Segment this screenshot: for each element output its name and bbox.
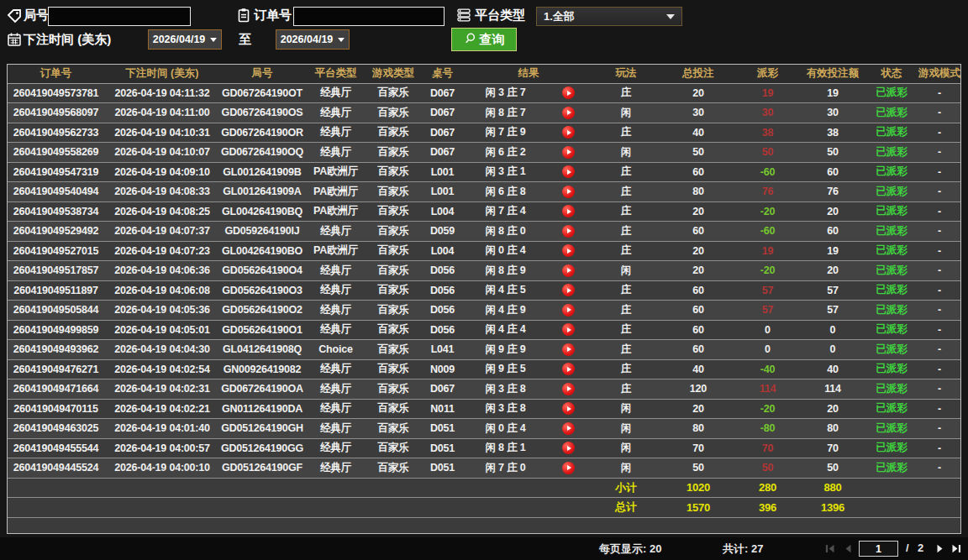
query-button[interactable]: 查询 xyxy=(451,28,517,51)
table-number-cell: D051 xyxy=(419,438,466,458)
table-row[interactable]: 2604190495737812026-04-19 04:11:32GD0672… xyxy=(8,83,961,103)
table-row[interactable]: 2604190494716642026-04-19 04:02:31GD0672… xyxy=(8,379,961,400)
column-header: 总投注 xyxy=(660,65,736,83)
total-bet-cell: 60 xyxy=(660,340,736,360)
order-cell: 260419049471664 xyxy=(8,379,104,400)
mode-cell: - xyxy=(917,301,961,321)
round-number-input[interactable] xyxy=(48,7,191,26)
current-page-input[interactable] xyxy=(859,541,898,557)
time-cell: 2026-04-19 04:08:33 xyxy=(104,182,220,202)
table-row[interactable]: 2604190495627332026-04-19 04:10:31GD0672… xyxy=(8,123,961,143)
date-to-picker[interactable]: 2026/04/19 xyxy=(276,29,350,50)
mode-cell: - xyxy=(917,182,961,202)
page-size-label: 每页显示: xyxy=(599,542,646,555)
play-video-icon[interactable] xyxy=(562,264,575,277)
date-to-value: 2026/04/19 xyxy=(281,34,334,45)
total-spacer xyxy=(8,498,592,518)
order-cell: 260419049527015 xyxy=(8,241,104,261)
order-cell: 260419049558269 xyxy=(8,143,104,163)
play-video-icon[interactable] xyxy=(562,205,575,217)
first-page-icon[interactable] xyxy=(824,543,836,554)
payout-cell: -40 xyxy=(736,359,799,379)
platform-cell: 经典厅 xyxy=(304,280,367,301)
play-video-icon[interactable] xyxy=(562,244,575,257)
table-row[interactable]: 2604190494701152026-04-19 04:02:21GN0112… xyxy=(8,399,961,419)
play-video-icon[interactable] xyxy=(562,363,575,375)
table-row[interactable]: 2604190494630252026-04-19 04:01:40GD0512… xyxy=(8,419,961,439)
last-page-icon[interactable] xyxy=(950,543,962,554)
result-cell: 闲 4 庄 4 xyxy=(466,320,545,340)
result-cell: 闲 8 庄 9 xyxy=(466,261,545,281)
play-video-icon[interactable] xyxy=(562,304,575,317)
status-cell: 已派彩 xyxy=(866,241,917,261)
platform-select[interactable]: 1.全部 xyxy=(536,7,682,26)
total-bet-cell: 80 xyxy=(660,419,736,439)
play-video-icon[interactable] xyxy=(562,225,575,238)
next-page-icon[interactable] xyxy=(934,543,946,554)
status-cell: 已派彩 xyxy=(866,182,917,202)
table-row[interactable]: 2604190494998592026-04-19 04:05:01GD0562… xyxy=(8,320,961,340)
game-type-cell: 百家乐 xyxy=(367,162,419,182)
total-bet-cell: 30 xyxy=(660,103,736,123)
prev-page-icon[interactable] xyxy=(842,543,854,554)
round-cell: GL004264190BQ xyxy=(220,201,304,222)
mode-cell: - xyxy=(917,379,961,400)
play-video-icon[interactable] xyxy=(562,343,575,356)
play-video-icon[interactable] xyxy=(562,186,575,198)
order-cell: 260419049505844 xyxy=(8,301,104,321)
order-cell: 260419049499859 xyxy=(8,320,104,340)
play-video-icon[interactable] xyxy=(562,402,575,415)
round-cell: GD067264190OQ xyxy=(220,143,304,163)
bet-type-cell: 庄 xyxy=(592,222,660,242)
order-number-input[interactable] xyxy=(293,7,445,26)
play-video-icon[interactable] xyxy=(562,146,575,159)
play-cell xyxy=(545,359,592,379)
bet-type-cell: 庄 xyxy=(592,301,660,321)
play-video-icon[interactable] xyxy=(562,422,575,435)
subtotal-label: 小计 xyxy=(592,478,660,498)
table-row[interactable]: 2604190494762712026-04-19 04:02:54GN0092… xyxy=(8,359,961,379)
result-cell: 闲 6 庄 8 xyxy=(466,182,545,202)
table-row[interactable]: 2604190495680972026-04-19 04:11:00GD0672… xyxy=(8,103,961,123)
play-video-icon[interactable] xyxy=(562,323,575,336)
play-video-icon[interactable] xyxy=(562,383,575,395)
valid-bet-cell: 57 xyxy=(799,301,866,321)
total-pages: 2 xyxy=(918,542,923,554)
table-row[interactable]: 2604190495582692026-04-19 04:10:07GD0672… xyxy=(8,143,961,163)
table-row[interactable]: 2604190495473192026-04-19 04:09:10GL0012… xyxy=(8,162,961,182)
play-video-icon[interactable] xyxy=(562,165,575,178)
table-row[interactable]: 2604190494555442026-04-19 04:00:57GD0512… xyxy=(8,438,961,458)
play-cell xyxy=(545,182,592,202)
total-payout: 396 xyxy=(736,498,799,518)
table-row[interactable]: 2604190495270152026-04-19 04:07:23GL0042… xyxy=(8,241,961,261)
table-row[interactable]: 2604190495387342026-04-19 04:08:25GL0042… xyxy=(8,201,961,222)
table-row[interactable]: 2604190495118972026-04-19 04:06:08GD0562… xyxy=(8,280,961,301)
game-type-cell: 百家乐 xyxy=(367,103,419,123)
round-cell: GL0412641908Q xyxy=(220,340,304,360)
play-video-icon[interactable] xyxy=(562,86,575,99)
play-cell xyxy=(545,123,592,143)
play-cell xyxy=(545,438,592,458)
total-bet-cell: 70 xyxy=(660,438,736,458)
table-row[interactable]: 2604190495294922026-04-19 04:07:37GD0592… xyxy=(8,222,961,242)
table-row[interactable]: 2604190494455242026-04-19 04:00:10GD0512… xyxy=(8,458,961,479)
total-bet-cell: 50 xyxy=(660,143,736,163)
play-video-icon[interactable] xyxy=(562,107,575,119)
table-row[interactable]: 2604190495058442026-04-19 04:05:36GD0562… xyxy=(8,301,961,321)
table-row[interactable]: 2604190495178572026-04-19 04:06:36GD0562… xyxy=(8,261,961,281)
page-size-value: 20 xyxy=(650,542,661,555)
date-from-picker[interactable]: 2026/04/19 xyxy=(148,29,222,50)
play-video-icon[interactable] xyxy=(562,126,575,139)
play-video-icon[interactable] xyxy=(562,442,575,454)
bet-records-table: 订单号下注时间 (美东)局号平台类型游戏类型桌号结果玩法总投注派彩有效投注额状态… xyxy=(8,65,961,518)
play-video-icon[interactable] xyxy=(562,284,575,296)
payout-cell: 114 xyxy=(736,379,799,400)
time-cell: 2026-04-19 04:05:01 xyxy=(104,320,220,340)
order-cell: 260419049547319 xyxy=(8,162,104,182)
table-row[interactable]: 2604190494939622026-04-19 04:04:30GL0412… xyxy=(8,340,961,360)
play-video-icon[interactable] xyxy=(562,462,575,474)
table-number-cell: N009 xyxy=(419,359,466,379)
game-type-cell: 百家乐 xyxy=(367,280,419,301)
table-row[interactable]: 2604190495404942026-04-19 04:08:33GL0012… xyxy=(8,182,961,202)
result-cell: 闲 7 庄 4 xyxy=(466,201,545,222)
